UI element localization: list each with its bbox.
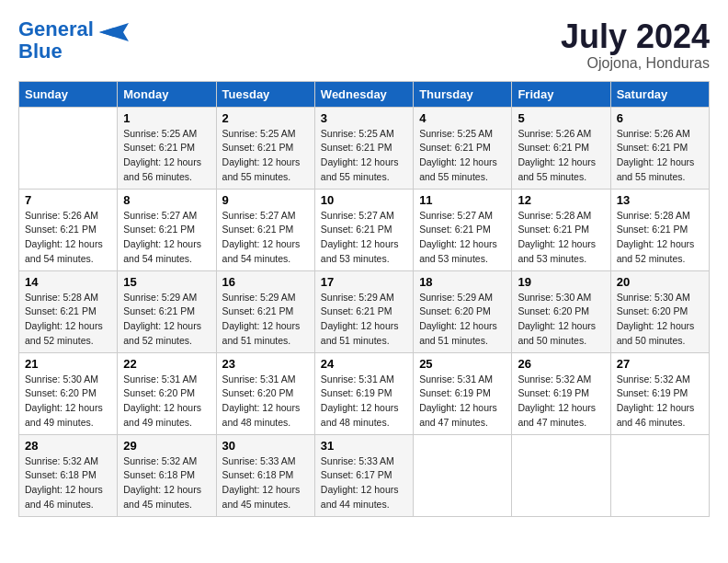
day-number: 13 xyxy=(617,193,703,207)
day-number: 18 xyxy=(419,275,506,289)
day-number: 11 xyxy=(419,193,506,207)
calendar-cell: 2 Sunrise: 5:25 AMSunset: 6:21 PMDayligh… xyxy=(216,107,314,189)
day-info: Sunrise: 5:32 AMSunset: 6:19 PMDaylight:… xyxy=(617,373,703,431)
calendar-cell: 9 Sunrise: 5:27 AMSunset: 6:21 PMDayligh… xyxy=(216,189,314,270)
day-info: Sunrise: 5:32 AMSunset: 6:19 PMDaylight:… xyxy=(518,373,604,431)
day-info: Sunrise: 5:29 AMSunset: 6:21 PMDaylight:… xyxy=(123,291,210,349)
day-number: 2 xyxy=(222,111,309,125)
day-number: 28 xyxy=(25,439,111,453)
day-number: 5 xyxy=(518,111,604,125)
calendar-cell: 26 Sunrise: 5:32 AMSunset: 6:19 PMDaylig… xyxy=(512,352,610,434)
day-number: 3 xyxy=(321,111,407,125)
day-info: Sunrise: 5:26 AMSunset: 6:21 PMDaylight:… xyxy=(25,209,111,267)
calendar-cell: 6 Sunrise: 5:26 AMSunset: 6:21 PMDayligh… xyxy=(610,107,709,189)
day-info: Sunrise: 5:30 AMSunset: 6:20 PMDaylight:… xyxy=(518,291,604,349)
logo-text: GeneralBlue xyxy=(18,18,94,63)
calendar-cell xyxy=(414,434,512,516)
day-info: Sunrise: 5:28 AMSunset: 6:21 PMDaylight:… xyxy=(617,209,703,267)
day-number: 12 xyxy=(518,193,604,207)
day-number: 24 xyxy=(321,357,407,371)
day-info: Sunrise: 5:25 AMSunset: 6:21 PMDaylight:… xyxy=(123,127,210,185)
day-number: 14 xyxy=(25,275,111,289)
calendar-cell: 18 Sunrise: 5:29 AMSunset: 6:20 PMDaylig… xyxy=(414,270,512,352)
logo-plane-icon xyxy=(96,18,129,46)
day-number: 25 xyxy=(419,357,506,371)
day-number: 10 xyxy=(321,193,407,207)
day-number: 27 xyxy=(617,357,703,371)
calendar-cell: 29 Sunrise: 5:32 AMSunset: 6:18 PMDaylig… xyxy=(118,434,216,516)
calendar-cell: 17 Sunrise: 5:29 AMSunset: 6:21 PMDaylig… xyxy=(314,270,413,352)
day-info: Sunrise: 5:32 AMSunset: 6:18 PMDaylight:… xyxy=(25,454,111,512)
day-number: 9 xyxy=(222,193,309,207)
page-header: GeneralBlue July 2024 Ojojona, Honduras xyxy=(18,18,710,72)
day-number: 22 xyxy=(123,357,210,371)
calendar-cell: 23 Sunrise: 5:31 AMSunset: 6:20 PMDaylig… xyxy=(216,352,314,434)
day-number: 29 xyxy=(123,439,210,453)
calendar-cell: 8 Sunrise: 5:27 AMSunset: 6:21 PMDayligh… xyxy=(118,189,216,270)
weekday-header-sunday: Sunday xyxy=(19,81,118,107)
day-info: Sunrise: 5:31 AMSunset: 6:20 PMDaylight:… xyxy=(123,373,210,431)
weekday-header-wednesday: Wednesday xyxy=(314,81,413,107)
day-number: 1 xyxy=(123,111,210,125)
calendar-cell: 24 Sunrise: 5:31 AMSunset: 6:19 PMDaylig… xyxy=(314,352,413,434)
day-number: 15 xyxy=(123,275,210,289)
day-info: Sunrise: 5:29 AMSunset: 6:20 PMDaylight:… xyxy=(419,291,506,349)
month-year-title: July 2024 xyxy=(561,18,710,55)
day-info: Sunrise: 5:25 AMSunset: 6:21 PMDaylight:… xyxy=(419,127,506,185)
calendar-cell: 1 Sunrise: 5:25 AMSunset: 6:21 PMDayligh… xyxy=(118,107,216,189)
weekday-header-friday: Friday xyxy=(512,81,610,107)
title-block: July 2024 Ojojona, Honduras xyxy=(561,18,710,72)
day-info: Sunrise: 5:27 AMSunset: 6:21 PMDaylight:… xyxy=(123,209,210,267)
calendar-cell xyxy=(512,434,610,516)
calendar-cell: 20 Sunrise: 5:30 AMSunset: 6:20 PMDaylig… xyxy=(610,270,709,352)
calendar-cell: 28 Sunrise: 5:32 AMSunset: 6:18 PMDaylig… xyxy=(19,434,118,516)
calendar-cell: 30 Sunrise: 5:33 AMSunset: 6:18 PMDaylig… xyxy=(216,434,314,516)
day-info: Sunrise: 5:31 AMSunset: 6:19 PMDaylight:… xyxy=(321,373,407,431)
day-number: 8 xyxy=(123,193,210,207)
calendar-cell: 21 Sunrise: 5:30 AMSunset: 6:20 PMDaylig… xyxy=(19,352,118,434)
weekday-header-thursday: Thursday xyxy=(414,81,512,107)
calendar-cell: 14 Sunrise: 5:28 AMSunset: 6:21 PMDaylig… xyxy=(19,270,118,352)
day-info: Sunrise: 5:29 AMSunset: 6:21 PMDaylight:… xyxy=(321,291,407,349)
day-info: Sunrise: 5:27 AMSunset: 6:21 PMDaylight:… xyxy=(419,209,506,267)
calendar-cell: 3 Sunrise: 5:25 AMSunset: 6:21 PMDayligh… xyxy=(314,107,413,189)
calendar-cell: 19 Sunrise: 5:30 AMSunset: 6:20 PMDaylig… xyxy=(512,270,610,352)
day-number: 6 xyxy=(617,111,703,125)
day-number: 26 xyxy=(518,357,604,371)
day-number: 23 xyxy=(222,357,309,371)
calendar-cell: 25 Sunrise: 5:31 AMSunset: 6:19 PMDaylig… xyxy=(414,352,512,434)
day-info: Sunrise: 5:28 AMSunset: 6:21 PMDaylight:… xyxy=(518,209,604,267)
svg-marker-1 xyxy=(99,28,114,37)
weekday-header-saturday: Saturday xyxy=(610,81,709,107)
calendar-cell: 16 Sunrise: 5:29 AMSunset: 6:21 PMDaylig… xyxy=(216,270,314,352)
calendar-cell: 27 Sunrise: 5:32 AMSunset: 6:19 PMDaylig… xyxy=(610,352,709,434)
location-subtitle: Ojojona, Honduras xyxy=(561,55,710,72)
day-info: Sunrise: 5:30 AMSunset: 6:20 PMDaylight:… xyxy=(617,291,703,349)
day-info: Sunrise: 5:25 AMSunset: 6:21 PMDaylight:… xyxy=(222,127,309,185)
calendar-table: SundayMondayTuesdayWednesdayThursdayFrid… xyxy=(18,81,710,517)
day-number: 30 xyxy=(222,439,309,453)
day-info: Sunrise: 5:30 AMSunset: 6:20 PMDaylight:… xyxy=(25,373,111,431)
calendar-cell xyxy=(610,434,709,516)
day-number: 31 xyxy=(321,439,407,453)
day-info: Sunrise: 5:26 AMSunset: 6:21 PMDaylight:… xyxy=(518,127,604,185)
day-number: 20 xyxy=(617,275,703,289)
day-info: Sunrise: 5:32 AMSunset: 6:18 PMDaylight:… xyxy=(123,454,210,512)
calendar-cell: 22 Sunrise: 5:31 AMSunset: 6:20 PMDaylig… xyxy=(118,352,216,434)
day-number: 4 xyxy=(419,111,506,125)
calendar-cell: 15 Sunrise: 5:29 AMSunset: 6:21 PMDaylig… xyxy=(118,270,216,352)
calendar-cell: 31 Sunrise: 5:33 AMSunset: 6:17 PMDaylig… xyxy=(314,434,413,516)
calendar-cell: 13 Sunrise: 5:28 AMSunset: 6:21 PMDaylig… xyxy=(610,189,709,270)
calendar-cell: 4 Sunrise: 5:25 AMSunset: 6:21 PMDayligh… xyxy=(414,107,512,189)
day-number: 19 xyxy=(518,275,604,289)
calendar-cell: 5 Sunrise: 5:26 AMSunset: 6:21 PMDayligh… xyxy=(512,107,610,189)
day-info: Sunrise: 5:25 AMSunset: 6:21 PMDaylight:… xyxy=(321,127,407,185)
day-info: Sunrise: 5:27 AMSunset: 6:21 PMDaylight:… xyxy=(321,209,407,267)
day-number: 16 xyxy=(222,275,309,289)
weekday-header-monday: Monday xyxy=(118,81,216,107)
calendar-cell: 12 Sunrise: 5:28 AMSunset: 6:21 PMDaylig… xyxy=(512,189,610,270)
day-number: 17 xyxy=(321,275,407,289)
day-number: 21 xyxy=(25,357,111,371)
calendar-cell xyxy=(19,107,118,189)
logo: GeneralBlue xyxy=(18,18,129,63)
